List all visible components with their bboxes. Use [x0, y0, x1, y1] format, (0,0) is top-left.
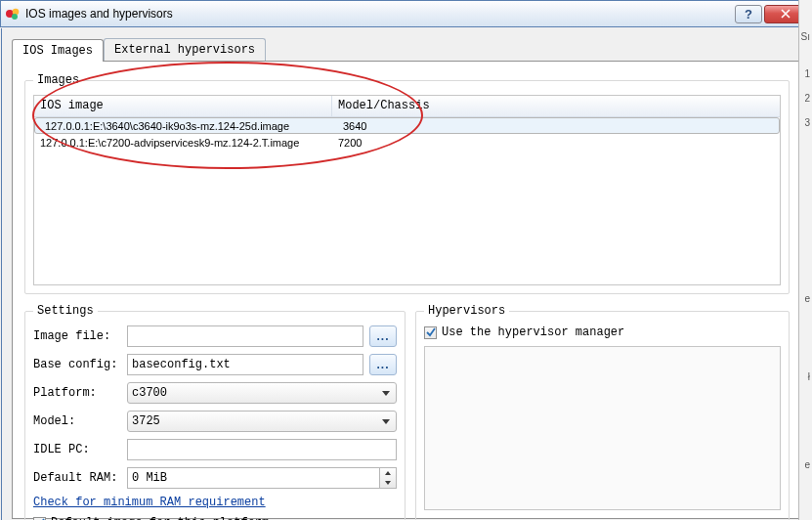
default-image-checkbox[interactable]: Default image for this platform	[33, 516, 269, 520]
tab-ios-images[interactable]: IOS Images	[12, 39, 104, 62]
row-model: Model: 3725	[33, 411, 397, 432]
images-table-header: IOS image Model/Chassis	[34, 96, 780, 117]
table-row[interactable]: 127.0.0.1:E:\c7200-advipservicesk9-mz.12…	[34, 134, 780, 151]
spin-down-button[interactable]	[380, 478, 396, 488]
platform-value: c3700	[132, 386, 167, 400]
platform-select[interactable]: c3700	[127, 382, 397, 404]
row-default-ram: Default RAM:	[33, 467, 397, 489]
model-value: 3725	[132, 414, 160, 428]
col-model-chassis[interactable]: Model/Chassis	[332, 96, 780, 116]
cell-image: 127.0.0.1:E:\3640\c3640-ik9o3s-mz.124-25…	[39, 120, 337, 132]
default-image-label: Default image for this platform	[51, 516, 269, 520]
images-table[interactable]: IOS image Model/Chassis 127.0.0.1:E:\364…	[33, 95, 781, 285]
hypervisors-legend: Hypervisors	[424, 304, 509, 318]
tab-label: IOS Images	[22, 44, 93, 58]
window-title: IOS images and hypervisors	[25, 7, 733, 21]
app-icon	[5, 6, 21, 22]
images-legend: Images	[33, 73, 83, 87]
checkbox-icon	[424, 326, 437, 339]
cell-image: 127.0.0.1:E:\c7200-advipservicesk9-mz.12…	[34, 137, 332, 149]
row-idle-pc: IDLE PC:	[33, 439, 397, 460]
label-idle-pc: IDLE PC:	[33, 443, 121, 456]
tab-label: External hypervisors	[114, 43, 255, 57]
default-ram-stepper[interactable]	[127, 467, 397, 489]
row-platform: Platform: c3700	[33, 382, 397, 404]
row-default-image: Default image for this platform	[33, 516, 397, 520]
label-base-config: Base config:	[33, 358, 121, 371]
titlebar: IOS images and hypervisors ?	[0, 0, 812, 27]
image-file-input[interactable]	[127, 325, 363, 347]
settings-group: Settings Image file: ... Base config: ..…	[24, 304, 406, 520]
hypervisors-group: Hypervisors Use the hypervisor manager	[415, 304, 790, 520]
chevron-up-icon	[385, 471, 391, 475]
use-hypervisor-manager-checkbox[interactable]: Use the hypervisor manager	[424, 325, 624, 339]
idle-pc-input[interactable]	[127, 439, 397, 460]
label-default-ram: Default RAM:	[33, 471, 121, 485]
label-model: Model:	[33, 414, 121, 428]
spin-up-button[interactable]	[380, 468, 396, 478]
window-buttons: ?	[733, 5, 807, 23]
cell-model: 3640	[337, 120, 773, 132]
browse-base-config-button[interactable]: ...	[369, 354, 397, 375]
check-ram-link[interactable]: Check for minimum RAM requirement	[33, 496, 266, 509]
settings-legend: Settings	[33, 304, 98, 318]
row-base-config: Base config: ...	[33, 354, 397, 375]
cell-model: 7200	[332, 137, 780, 149]
chevron-down-icon	[382, 391, 390, 396]
base-config-input[interactable]	[127, 354, 363, 375]
help-button[interactable]: ?	[735, 5, 762, 23]
images-group: Images IOS image Model/Chassis 127.0.0.1…	[24, 73, 790, 294]
images-rows: 127.0.0.1:E:\3640\c3640-ik9o3s-mz.124-25…	[34, 117, 780, 284]
row-image-file: Image file: ...	[33, 325, 397, 347]
model-select[interactable]: 3725	[127, 411, 397, 432]
col-ios-image[interactable]: IOS image	[34, 96, 332, 116]
row-ram-link: Check for minimum RAM requirement	[33, 496, 397, 509]
browse-image-button[interactable]: ...	[369, 325, 397, 347]
tab-external-hypervisors[interactable]: External hypervisors	[104, 38, 266, 61]
hypervisors-list[interactable]	[424, 346, 781, 510]
bottom-split: Settings Image file: ... Base config: ..…	[24, 304, 790, 520]
cropped-right-strip: Sı 1 2 3 e ł e	[798, 0, 812, 520]
chevron-down-icon	[382, 419, 390, 424]
chevron-down-icon	[385, 481, 391, 485]
tabstrip: IOS Images External hypervisors	[12, 38, 802, 61]
use-hypervisor-manager-label: Use the hypervisor manager	[442, 325, 624, 339]
label-image-file: Image file:	[33, 329, 121, 343]
table-row[interactable]: 127.0.0.1:E:\3640\c3640-ik9o3s-mz.124-25…	[34, 117, 780, 134]
svg-point-2	[12, 14, 18, 20]
client-area: IOS Images External hypervisors Images I…	[1, 28, 812, 520]
checkbox-icon	[33, 517, 46, 521]
default-ram-input[interactable]	[127, 467, 379, 489]
label-platform: Platform:	[33, 386, 121, 400]
tab-pane-ios-images: Images IOS image Model/Chassis 127.0.0.1…	[12, 61, 802, 519]
